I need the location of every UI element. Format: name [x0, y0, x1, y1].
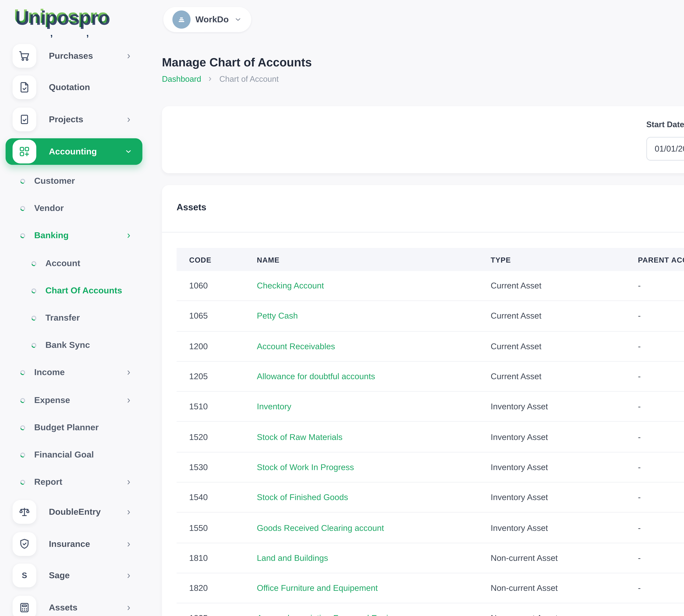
- ring-bullet-icon: [31, 260, 37, 266]
- chevron-right-icon: [125, 508, 133, 516]
- cell-type: Inventory Asset: [491, 432, 638, 442]
- cell-type: Inventory Asset: [491, 492, 638, 502]
- cell-type: Current Asset: [491, 342, 638, 351]
- cell-parent: -: [638, 462, 684, 472]
- ring-bullet-icon: [20, 178, 26, 184]
- sidebar-item-chart-of-accounts[interactable]: Chart Of Accounts: [6, 280, 142, 301]
- sidebar-item-doubleentry[interactable]: DoubleEntry: [6, 499, 142, 525]
- sidebar-item-transfer[interactable]: Transfer: [6, 307, 142, 328]
- chevron-right-icon: [125, 572, 133, 579]
- sidebar-item-report[interactable]: Report: [6, 471, 142, 492]
- file-check-icon: [13, 75, 36, 99]
- sidebar: PurchasesQuotationProjectsAccountingCust…: [6, 0, 142, 616]
- workspace-selector[interactable]: WorkDo: [163, 7, 251, 32]
- cell-code: 1060: [177, 281, 257, 291]
- cell-parent: -: [638, 492, 684, 502]
- table-row: 1065Petty CashCurrent Asset--Enabled: [177, 301, 684, 331]
- cell-parent: -: [638, 432, 684, 442]
- chevron-right-icon: [125, 478, 133, 486]
- chevron-right-icon: [207, 75, 214, 82]
- account-name-link[interactable]: Allowance for doubtful accounts: [257, 372, 491, 381]
- table-row: 1820Office Furniture and EquipementNon-c…: [177, 573, 684, 604]
- ring-bullet-icon: [31, 314, 37, 321]
- cell-code: 1550: [177, 523, 257, 532]
- letter-s-icon: S: [13, 564, 36, 587]
- breadcrumb: Dashboard Chart of Account: [162, 75, 279, 83]
- sidebar-item-budget-planner[interactable]: Budget Planner: [6, 417, 142, 438]
- cell-parent: -: [638, 402, 684, 412]
- account-name-link[interactable]: Stock of Raw Materials: [257, 432, 491, 442]
- cell-code: 1825: [177, 614, 257, 616]
- cell-code: 1205: [177, 372, 257, 381]
- accounts-card: Assets CODE NAME TYPE PARENT ACCOUNT NAM…: [162, 185, 684, 616]
- sidebar-item-expense[interactable]: Expense: [6, 390, 142, 411]
- chevron-right-icon: [125, 604, 133, 612]
- account-name-link[interactable]: Account Receivables: [257, 342, 491, 351]
- chevron-down-icon: [234, 15, 242, 24]
- sidebar-item-accounting[interactable]: Accounting: [6, 138, 142, 165]
- chevron-down-icon: [124, 148, 133, 156]
- table-row: 1825Accum.depreciation-Furn. and EquipNo…: [177, 604, 684, 616]
- cell-type: Non-current Asset: [491, 553, 638, 563]
- table-row: 1510InventoryInventory Asset--Enabled: [177, 392, 684, 422]
- workspace-avatar: [173, 10, 190, 29]
- account-name-link[interactable]: Goods Received Clearing account: [257, 523, 491, 532]
- ring-bullet-icon: [20, 369, 26, 375]
- sidebar-item-bank-sync[interactable]: Bank Sync: [6, 334, 142, 355]
- sidebar-item-purchases[interactable]: Purchases: [6, 43, 142, 68]
- breadcrumb-dashboard-link[interactable]: Dashboard: [162, 75, 201, 83]
- column-header-code: CODE: [177, 255, 257, 264]
- ring-bullet-icon: [20, 397, 26, 403]
- account-name-link[interactable]: Checking Account: [257, 281, 491, 291]
- workspace-name: WorkDo: [196, 15, 229, 24]
- sidebar-item-sage[interactable]: SSage: [6, 563, 142, 588]
- ring-bullet-icon: [20, 232, 26, 239]
- chevron-right-icon: [125, 396, 133, 404]
- cell-type: Current Asset: [491, 372, 638, 381]
- table-row: 1550Goods Received Clearing accountInven…: [177, 513, 684, 543]
- scale-icon: [13, 500, 36, 524]
- account-name-link[interactable]: Inventory: [257, 402, 491, 412]
- cell-type: Inventory Asset: [491, 462, 638, 472]
- divider: [162, 232, 684, 233]
- sidebar-item-income[interactable]: Income: [6, 362, 142, 383]
- table-row: 1200Account ReceivablesCurrent Asset--En…: [177, 331, 684, 362]
- cell-parent: -: [638, 614, 684, 616]
- account-name-link[interactable]: Stock of Work In Progress: [257, 462, 491, 472]
- sidebar-item-assets[interactable]: Assets: [6, 595, 142, 616]
- ring-bullet-icon: [31, 287, 37, 294]
- ring-bullet-icon: [20, 424, 26, 431]
- cell-type: Non-current Asset: [491, 583, 638, 593]
- cell-code: 1520: [177, 432, 257, 442]
- sidebar-item-quotation[interactable]: Quotation: [6, 75, 142, 100]
- sidebar-item-customer[interactable]: Customer: [6, 171, 142, 191]
- start-date-input[interactable]: [646, 137, 684, 160]
- sidebar-item-financial-goal[interactable]: Financial Goal: [6, 444, 142, 465]
- column-header-name: NAME: [257, 255, 491, 264]
- account-name-link[interactable]: Accum.depreciation-Furn. and Equip: [257, 614, 491, 616]
- cell-parent: -: [638, 311, 684, 321]
- section-title: Assets: [177, 202, 206, 212]
- cell-parent: -: [638, 583, 684, 593]
- sidebar-item-projects[interactable]: Projects: [6, 107, 142, 132]
- table-row: 1810Land and BuildingsNon-current Asset-…: [177, 543, 684, 573]
- account-name-link[interactable]: Stock of Finished Goods: [257, 492, 491, 502]
- ring-bullet-icon: [20, 479, 26, 485]
- sidebar-item-vendor[interactable]: Vendor: [6, 198, 142, 219]
- cell-parent: -: [638, 372, 684, 381]
- shield-check-icon: [13, 532, 36, 556]
- table-row: 1540Stock of Finished GoodsInventory Ass…: [177, 483, 684, 513]
- table-header-row: CODE NAME TYPE PARENT ACCOUNT NAME BALAN…: [177, 248, 684, 271]
- sidebar-item-insurance[interactable]: Insurance: [6, 531, 142, 557]
- cell-type: Inventory Asset: [491, 402, 638, 412]
- account-name-link[interactable]: Office Furniture and Equipement: [257, 583, 491, 593]
- cell-code: 1065: [177, 311, 257, 321]
- cell-parent: -: [638, 523, 684, 532]
- sidebar-item-banking[interactable]: Banking: [6, 225, 142, 246]
- account-name-link[interactable]: Land and Buildings: [257, 553, 491, 563]
- ring-bullet-icon: [20, 452, 26, 458]
- cell-code: 1540: [177, 492, 257, 502]
- account-name-link[interactable]: Petty Cash: [257, 311, 491, 321]
- chevron-right-icon: [125, 232, 133, 239]
- sidebar-item-account[interactable]: Account: [6, 253, 142, 274]
